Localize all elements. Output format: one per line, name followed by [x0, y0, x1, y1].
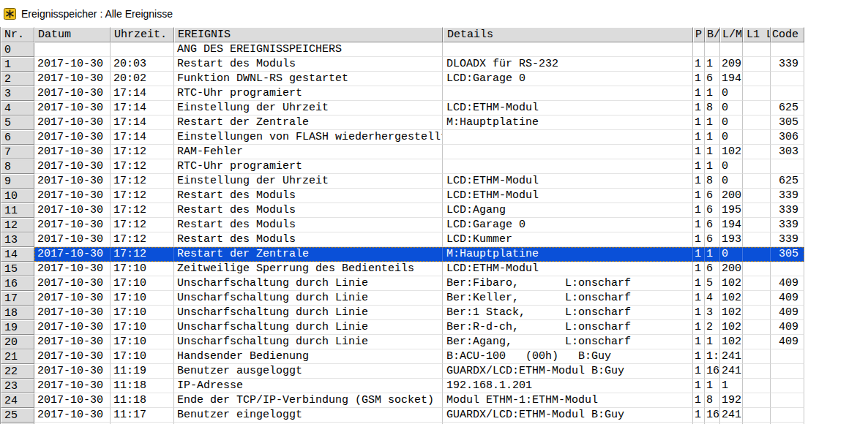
- cell-datum[interactable]: 2017-10-30: [34, 159, 111, 174]
- cell-uhrzeit[interactable]: 17:12: [111, 203, 174, 218]
- cell-l1l[interactable]: [743, 101, 771, 116]
- cell-l1l[interactable]: [743, 247, 771, 262]
- cell-ereignis[interactable]: Unscharfschaltung durch Linie: [174, 306, 443, 320]
- cell-code[interactable]: 339: [771, 218, 804, 232]
- cell-code[interactable]: 303: [771, 145, 804, 159]
- cell-p[interactable]: 1: [693, 174, 705, 189]
- cell-datum[interactable]: 2017-10-30: [34, 174, 111, 189]
- cell-l1l[interactable]: [743, 42, 771, 57]
- cell-uhrzeit[interactable]: 11:18: [111, 379, 174, 393]
- cell-p[interactable]: 1: [693, 72, 705, 86]
- cell-code[interactable]: 339: [771, 57, 804, 72]
- table-row[interactable]: 22017-10-3020:02Funktion DWNL-RS gestart…: [1, 72, 804, 86]
- cell-p[interactable]: 1: [693, 262, 705, 276]
- cell-lm[interactable]: 0: [720, 86, 743, 101]
- cell-b[interactable]: 1: [705, 57, 720, 72]
- cell-datum[interactable]: [34, 42, 111, 57]
- cell-datum[interactable]: 2017-10-30: [34, 247, 111, 262]
- cell-datum[interactable]: 2017-10-30: [34, 72, 111, 86]
- cell-l1l[interactable]: [743, 189, 771, 203]
- cell-code[interactable]: [771, 393, 804, 408]
- cell-lm[interactable]: 102: [720, 320, 743, 335]
- cell-l1l[interactable]: [743, 291, 771, 306]
- cell-ereignis[interactable]: Einstellungen von FLASH wiederhergestell…: [174, 130, 443, 145]
- cell-datum[interactable]: 2017-10-30: [34, 364, 111, 379]
- cell-uhrzeit[interactable]: 17:14: [111, 101, 174, 116]
- cell-p[interactable]: [693, 42, 705, 57]
- cell-code[interactable]: 339: [771, 203, 804, 218]
- cell-datum[interactable]: 2017-10-30: [34, 320, 111, 335]
- cell-ereignis[interactable]: Unscharfschaltung durch Linie: [174, 335, 443, 349]
- cell-lm[interactable]: 194: [720, 72, 743, 86]
- cell-b[interactable]: 1:: [705, 349, 720, 364]
- table-row[interactable]: 252017-10-3011:17Benutzer eingeloggtGUAR…: [1, 408, 804, 423]
- cell-l1l[interactable]: [743, 72, 771, 86]
- cell-lm[interactable]: 200: [720, 262, 743, 276]
- cell-datum[interactable]: 2017-10-30: [34, 189, 111, 203]
- cell-details[interactable]: [443, 159, 693, 174]
- cell-uhrzeit[interactable]: 17:12: [111, 232, 174, 247]
- cell-datum[interactable]: 2017-10-30: [34, 408, 111, 423]
- cell-b[interactable]: 16: [705, 364, 720, 379]
- cell-lm[interactable]: 200: [720, 189, 743, 203]
- table-row[interactable]: 162017-10-3017:10Unscharfschaltung durch…: [1, 276, 804, 291]
- cell-ereignis[interactable]: Restart des Moduls: [174, 203, 443, 218]
- cell-lm[interactable]: 102: [720, 291, 743, 306]
- cell-code[interactable]: [771, 72, 804, 86]
- cell-ereignis[interactable]: Unscharfschaltung durch Linie: [174, 320, 443, 335]
- cell-lm[interactable]: 0: [720, 174, 743, 189]
- cell-datum[interactable]: 2017-10-30: [34, 57, 111, 72]
- cell-lm[interactable]: 102: [720, 306, 743, 320]
- cell-l1l[interactable]: [743, 145, 771, 159]
- cell-l1l[interactable]: [743, 159, 771, 174]
- cell-uhrzeit[interactable]: 17:10: [111, 335, 174, 349]
- cell-datum[interactable]: 2017-10-30: [34, 306, 111, 320]
- table-row[interactable]: 152017-10-3017:10Zeitweilige Sperrung de…: [1, 262, 804, 276]
- cell-uhrzeit[interactable]: 17:12: [111, 247, 174, 262]
- cell-details[interactable]: M:Hauptplatine: [443, 247, 693, 262]
- cell-l1l[interactable]: [743, 57, 771, 72]
- cell-details[interactable]: LCD:Garage 0: [443, 72, 693, 86]
- cell-b[interactable]: 1: [705, 335, 720, 349]
- cell-code[interactable]: 409: [771, 320, 804, 335]
- cell-p[interactable]: 1: [693, 86, 705, 101]
- cell-code[interactable]: [771, 364, 804, 379]
- cell-details[interactable]: LCD:ETHM-Modul: [443, 101, 693, 116]
- cell-code[interactable]: [771, 42, 804, 57]
- cell-details[interactable]: M:Hauptplatine: [443, 116, 693, 130]
- cell-details[interactable]: [443, 86, 693, 101]
- cell-ereignis[interactable]: RAM-Fehler: [174, 145, 443, 159]
- table-row[interactable]: 192017-10-3017:10Unscharfschaltung durch…: [1, 320, 804, 335]
- cell-details[interactable]: [443, 42, 693, 57]
- cell-code[interactable]: [771, 262, 804, 276]
- cell-b[interactable]: 8: [705, 393, 720, 408]
- cell-p[interactable]: 1: [693, 306, 705, 320]
- cell-uhrzeit[interactable]: 17:12: [111, 145, 174, 159]
- cell-ereignis[interactable]: Benutzer eingeloggt: [174, 408, 443, 423]
- cell-l1l[interactable]: [743, 408, 771, 423]
- table-row[interactable]: 32017-10-3017:14RTC-Uhr programiert110: [1, 86, 804, 101]
- cell-p[interactable]: 1: [693, 364, 705, 379]
- cell-l1l[interactable]: [743, 86, 771, 101]
- cell-lm[interactable]: 195: [720, 203, 743, 218]
- cell-uhrzeit[interactable]: 20:03: [111, 57, 174, 72]
- cell-details[interactable]: [443, 145, 693, 159]
- cell-l1l[interactable]: [743, 379, 771, 393]
- cell-l1l[interactable]: [743, 349, 771, 364]
- cell-b[interactable]: 1: [705, 130, 720, 145]
- cell-lm[interactable]: 0: [720, 247, 743, 262]
- cell-p[interactable]: 1: [693, 145, 705, 159]
- cell-details[interactable]: Modul ETHM-1:ETHM-Modul: [443, 393, 693, 408]
- table-row[interactable]: 122017-10-3017:12Restart des ModulsLCD:G…: [1, 218, 804, 232]
- cell-details[interactable]: B:ACU-100 (00h) B:Guy: [443, 349, 693, 364]
- cell-uhrzeit[interactable]: 17:14: [111, 130, 174, 145]
- cell-uhrzeit[interactable]: 11:19: [111, 364, 174, 379]
- cell-datum[interactable]: 2017-10-30: [34, 276, 111, 291]
- cell-uhrzeit[interactable]: 17:14: [111, 116, 174, 130]
- cell-b[interactable]: 3: [705, 306, 720, 320]
- cell-b[interactable]: 16: [705, 408, 720, 423]
- cell-ereignis[interactable]: Unscharfschaltung durch Linie: [174, 291, 443, 306]
- cell-details[interactable]: GUARDX/LCD:ETHM-Modul B:Guy: [443, 364, 693, 379]
- cell-b[interactable]: 2: [705, 320, 720, 335]
- cell-ereignis[interactable]: IP-Adresse: [174, 379, 443, 393]
